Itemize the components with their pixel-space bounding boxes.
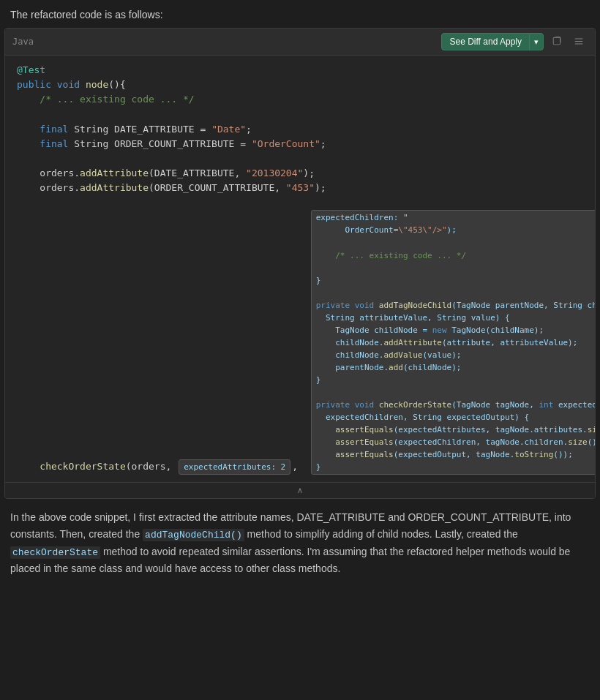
see-diff-label: See Diff and Apply: [442, 34, 529, 50]
dropdown-arrow-icon[interactable]: ▾: [529, 34, 543, 50]
page-container: The refactored code is as follows: Java …: [0, 0, 600, 700]
code-header: Java See Diff and Apply ▾: [5, 29, 595, 56]
language-label: Java: [12, 37, 34, 47]
copy-button[interactable]: [548, 34, 566, 50]
list-button[interactable]: [570, 34, 588, 50]
header-actions: See Diff and Apply ▾: [441, 33, 588, 50]
code-content[interactable]: @Test public void node(){ /* ... existin…: [5, 56, 595, 482]
see-diff-button[interactable]: See Diff and Apply ▾: [441, 33, 544, 50]
header-text: The refactored code is as follows:: [0, 0, 600, 28]
footer-text: In the above code snippet, I first extra…: [0, 499, 600, 588]
scroll-indicator: ∧: [5, 482, 595, 498]
code-block-wrapper: Java See Diff and Apply ▾: [4, 28, 596, 499]
code-pre: @Test public void node(){ /* ... existin…: [5, 63, 595, 475]
